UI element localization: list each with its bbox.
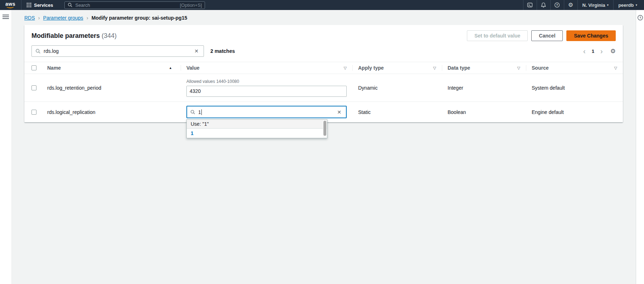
cancel-button[interactable]: Cancel xyxy=(531,30,563,41)
notifications-button[interactable] xyxy=(537,0,550,10)
breadcrumb-separator-icon: › xyxy=(38,15,40,21)
chevron-left-icon: ‹ xyxy=(583,47,586,55)
column-header-data-type[interactable]: Data type ▽ xyxy=(442,62,526,74)
column-header-name[interactable]: Name ▲ xyxy=(43,62,181,74)
value-autosuggest-input[interactable]: 1 ✕ xyxy=(186,106,347,118)
column-label: Data type xyxy=(448,65,470,71)
region-label: N. Virginia xyxy=(582,3,605,8)
global-search-input[interactable] xyxy=(75,3,180,8)
nav-utilities: ? ⚙ N. Virginia ▾ peerdb ▾ xyxy=(523,0,644,10)
column-label: Name xyxy=(47,65,61,71)
aws-smile-arc-icon xyxy=(6,6,14,8)
suggested-option[interactable]: 1 xyxy=(187,129,327,138)
breadcrumb-link-rds[interactable]: RDS xyxy=(24,15,35,21)
caret-down-icon: ▾ xyxy=(607,3,609,7)
cloudshell-button[interactable] xyxy=(523,0,537,10)
hamburger-icon xyxy=(3,15,9,15)
source-cell: System default xyxy=(526,74,623,101)
table-preferences-button[interactable]: ⚙ xyxy=(610,48,616,55)
text-cursor xyxy=(201,109,202,115)
account-label: peerdb xyxy=(618,3,634,8)
scrollbar-thumb[interactable] xyxy=(323,121,326,136)
dropdown-scrollbar[interactable] xyxy=(323,120,327,138)
search-icon xyxy=(68,3,73,8)
parameter-name-cell: rds.log_retention_period xyxy=(43,74,181,101)
caret-down-icon: ▾ xyxy=(635,3,637,7)
next-page-button[interactable]: › xyxy=(600,48,604,54)
search-icon xyxy=(35,49,41,54)
save-changes-button[interactable]: Save Changes xyxy=(566,30,616,41)
clear-icon: ✕ xyxy=(337,109,341,115)
current-page-button[interactable]: 1 xyxy=(591,49,595,54)
table-row: rds.logical_replication 1 ✕ xyxy=(24,102,623,123)
right-tools-rail xyxy=(636,10,644,284)
parameter-filter-box[interactable]: ✕ xyxy=(31,45,204,57)
services-label: Services xyxy=(34,3,53,8)
clock-icon xyxy=(637,15,643,21)
parameter-filter-input[interactable] xyxy=(44,48,193,54)
region-selector[interactable]: N. Virginia ▾ xyxy=(578,0,614,10)
column-label: Apply type xyxy=(358,65,384,71)
data-type-cell: Boolean xyxy=(442,102,526,122)
sort-ascending-icon[interactable]: ▲ xyxy=(169,66,172,70)
source-cell: Engine default xyxy=(526,102,623,122)
apply-type-cell: Dynamic xyxy=(352,74,442,101)
column-header-value[interactable]: Value ▽ xyxy=(181,62,352,74)
row-checkbox[interactable] xyxy=(31,110,36,115)
aws-logo-text: aws xyxy=(5,2,15,6)
parameter-value-cell: 1 ✕ Use: "1" 1 xyxy=(181,102,352,122)
autosuggest-dropdown: Use: "1" 1 xyxy=(186,119,327,138)
set-to-default-button[interactable]: Set to default value xyxy=(467,30,528,41)
search-shortcut-hint: [Option+S] xyxy=(180,3,202,8)
pagination: ‹ 1 › ⚙ xyxy=(582,48,616,55)
match-count: 2 matches xyxy=(210,48,235,54)
table-row: rds.log_retention_period Allowed values … xyxy=(24,74,623,102)
help-button[interactable]: ? xyxy=(551,0,564,10)
allowed-values-hint: Allowed values 1440-10080 xyxy=(186,79,347,84)
help-question-icon: ? xyxy=(554,2,560,8)
left-sidebar-rail xyxy=(0,10,12,284)
select-all-cell xyxy=(24,62,43,74)
search-icon xyxy=(190,110,195,115)
global-search-box[interactable]: [Option+S] xyxy=(64,1,205,9)
filter-icon[interactable]: ▽ xyxy=(344,66,347,70)
modifiable-parameters-panel: Modifiable parameters (344) Set to defau… xyxy=(24,25,623,123)
data-type-cell: Integer xyxy=(442,74,526,101)
cloudshell-terminal-icon xyxy=(527,2,533,8)
clear-value-button[interactable]: ✕ xyxy=(336,109,343,116)
panel-actions: Set to default value Cancel Save Changes xyxy=(467,30,616,41)
apply-type-cell: Static xyxy=(352,102,442,122)
typed-value: 1 xyxy=(198,109,201,115)
services-menu-button[interactable]: Services xyxy=(21,0,58,10)
column-label: Value xyxy=(186,65,200,71)
use-typed-value-option[interactable]: Use: "1" xyxy=(187,120,327,129)
column-header-apply-type[interactable]: Apply type ▽ xyxy=(352,62,442,74)
filter-icon[interactable]: ▽ xyxy=(614,66,617,70)
parameter-name-cell: rds.logical_replication xyxy=(43,102,181,122)
parameter-value-cell: Allowed values 1440-10080 xyxy=(181,74,352,101)
account-menu[interactable]: peerdb ▾ xyxy=(614,0,642,10)
clear-icon: ✕ xyxy=(194,48,199,54)
breadcrumb-separator-icon: › xyxy=(87,15,88,21)
breadcrumb-link-parameter-groups[interactable]: Parameter groups xyxy=(43,15,83,21)
services-grid-icon xyxy=(26,3,31,8)
parameter-count: (344) xyxy=(102,32,117,39)
open-menu-button[interactable] xyxy=(3,15,9,19)
select-all-checkbox[interactable] xyxy=(31,65,36,70)
column-header-source[interactable]: Source ▽ xyxy=(526,62,623,74)
settings-button[interactable]: ⚙ xyxy=(564,0,577,10)
breadcrumb: RDS › Parameter groups › Modify paramete… xyxy=(24,10,623,25)
previous-page-button[interactable]: ‹ xyxy=(582,48,586,54)
page-title: Modifiable parameters (344) xyxy=(31,32,117,40)
filter-icon[interactable]: ▽ xyxy=(433,66,436,70)
aws-logo[interactable]: aws xyxy=(0,0,21,10)
value-input[interactable] xyxy=(186,86,347,97)
recent-activity-button[interactable] xyxy=(637,15,643,21)
svg-text:?: ? xyxy=(556,3,558,7)
gear-icon: ⚙ xyxy=(610,48,616,55)
row-checkbox[interactable] xyxy=(31,85,36,90)
top-navigation-bar: aws Services [Option+S] xyxy=(0,0,644,10)
filter-icon[interactable]: ▽ xyxy=(517,66,520,70)
clear-filter-button[interactable]: ✕ xyxy=(193,48,200,55)
page-title-text: Modifiable parameters xyxy=(31,32,100,39)
